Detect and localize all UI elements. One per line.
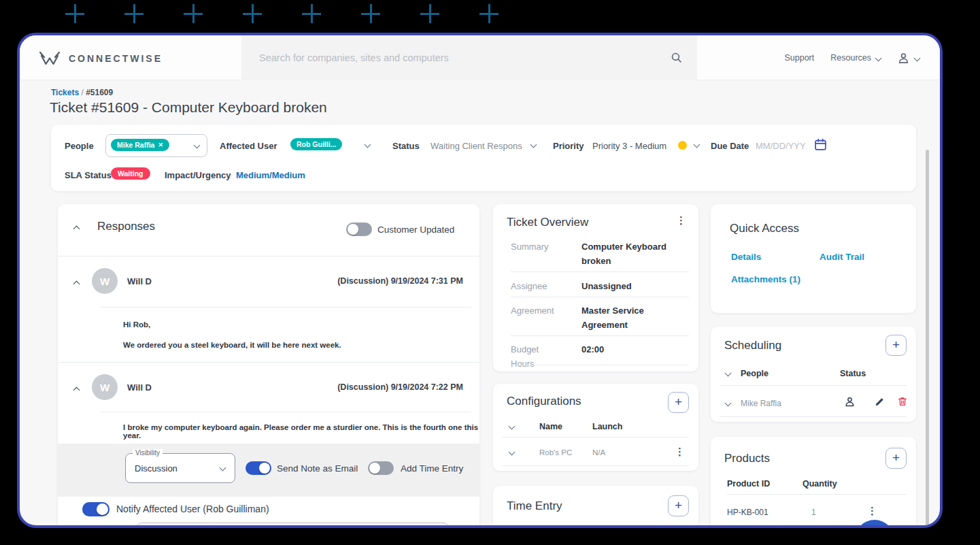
chevron-down-icon[interactable]	[365, 142, 371, 148]
responses-card: Responses Customer Updated W Will D (Dis…	[58, 204, 479, 528]
send-note-email-toggle[interactable]	[246, 461, 271, 475]
divider	[58, 362, 479, 363]
visibility-select[interactable]: Visibility Discussion	[125, 453, 235, 483]
customer-updated-toggle[interactable]	[346, 222, 372, 236]
vertical-scrollbar[interactable]	[926, 150, 929, 528]
sla-status-badge: Waiting	[111, 167, 150, 180]
overview-row-label: Agreement	[511, 303, 575, 318]
connectwise-logo-icon	[37, 50, 62, 67]
scheduling-person-name[interactable]: Mike Raffia	[741, 399, 781, 408]
affected-user-label: Affected User	[220, 141, 277, 151]
divider	[101, 412, 471, 412]
impact-urgency-label: Impact/Urgency	[165, 170, 231, 180]
add-time-entry-button[interactable]: +	[668, 495, 689, 516]
edit-pencil-icon[interactable]	[874, 397, 885, 408]
divider	[503, 437, 689, 437]
due-date-placeholder[interactable]: MM/DD/YYY	[756, 141, 806, 151]
collapse-entry-icon[interactable]	[73, 387, 80, 394]
divider	[503, 465, 689, 466]
people-select[interactable]: Mike Raffia ✕	[105, 134, 207, 157]
overview-row-label: Summary	[511, 240, 575, 254]
resources-menu[interactable]: Resources	[830, 53, 881, 63]
note-text-input[interactable]	[135, 523, 450, 528]
overview-row-value: Computer Keyboard broken	[581, 240, 687, 268]
due-date-label: Due Date	[711, 141, 749, 151]
attachments-link[interactable]: Attachments (1)	[731, 274, 800, 284]
divider	[727, 494, 907, 495]
entry-meta: (Discussion) 9/19/2024 7:31 PM	[337, 276, 463, 286]
chevron-down-icon[interactable]	[509, 449, 516, 456]
notify-affected-user-toggle[interactable]	[82, 502, 109, 516]
plus-decor-icon	[184, 4, 203, 23]
chevron-down-icon	[194, 142, 201, 149]
chevron-down-icon[interactable]	[725, 400, 732, 407]
support-link[interactable]: Support	[784, 53, 814, 63]
avatar: W	[92, 374, 118, 400]
app-header: CONNECTWISE Support Resources	[20, 35, 940, 80]
breadcrumb-separator: /	[81, 88, 83, 97]
search-input[interactable]	[241, 35, 697, 80]
audit-trail-link[interactable]: Audit Trail	[820, 252, 864, 262]
products-card: Products + Product ID Quantity HP-KB-001…	[711, 437, 916, 528]
chevron-down-icon[interactable]	[530, 142, 537, 148]
avatar: W	[92, 268, 118, 294]
row-menu-icon[interactable]: ⋮	[675, 446, 685, 458]
delete-trash-icon[interactable]	[897, 396, 908, 407]
time-entry-title: Time Entry	[507, 499, 562, 513]
row-menu-icon[interactable]: ⋮	[867, 505, 877, 517]
configurations-col-launch: Launch	[592, 422, 622, 431]
affected-user-chip[interactable]: Rob Guilli...	[290, 138, 342, 150]
entry-author: Will D	[127, 382, 152, 393]
assign-person-icon[interactable]	[844, 396, 856, 408]
ticket-overview-card: Ticket Overview ⋮ Summary Computer Keybo…	[493, 204, 698, 371]
details-link[interactable]: Details	[731, 252, 761, 262]
quick-access-card: Quick Access Details Audit Trail Attachm…	[711, 204, 916, 313]
chevron-down-icon[interactable]	[725, 370, 732, 377]
collapse-responses-icon[interactable]	[73, 226, 80, 233]
add-schedule-button[interactable]: +	[885, 335, 907, 356]
divider	[720, 385, 907, 386]
connectwise-logo: CONNECTWISE	[37, 50, 163, 67]
people-label: People	[65, 141, 94, 151]
plus-decor-icon	[65, 4, 84, 23]
visibility-value: Discussion	[135, 463, 178, 474]
divider	[720, 416, 907, 417]
product-id[interactable]: HP-KB-001	[727, 508, 768, 517]
entry-body-line: Hi Rob,	[123, 320, 150, 329]
background-plus-pattern	[65, 4, 499, 23]
calendar-icon[interactable]	[814, 138, 827, 151]
chevron-down-icon[interactable]	[509, 423, 516, 430]
app-window: CONNECTWISE Support Resources Tickets	[17, 33, 943, 528]
user-icon	[897, 52, 910, 65]
global-search	[241, 35, 697, 80]
divider	[58, 256, 479, 257]
plus-decor-icon	[243, 4, 262, 23]
breadcrumb-current: #51609	[86, 88, 113, 97]
status-value[interactable]: Waiting Client Respons	[430, 141, 527, 151]
impact-urgency-value[interactable]: Medium/Medium	[236, 170, 305, 180]
divider	[511, 335, 689, 336]
add-configuration-button[interactable]: +	[668, 392, 689, 413]
chevron-down-icon	[914, 54, 921, 61]
breadcrumb-tickets-link[interactable]: Tickets	[51, 88, 79, 97]
people-chip-label: Mike Raffia	[117, 141, 154, 149]
collapse-entry-icon[interactable]	[73, 281, 80, 288]
chip-close-icon[interactable]: ✕	[158, 142, 163, 148]
search-icon[interactable]	[671, 52, 682, 63]
plus-decor-icon	[124, 4, 143, 23]
configuration-name[interactable]: Rob's PC	[539, 448, 572, 457]
add-product-button[interactable]: +	[885, 448, 907, 469]
entry-meta: (Discussion) 9/19/2024 7:22 PM	[337, 382, 463, 392]
priority-value[interactable]: Priority 3 - Medium	[592, 141, 666, 151]
affected-user-chip-label: Rob Guilli...	[297, 140, 336, 148]
plus-decor-icon	[479, 4, 499, 23]
notify-affected-user-label: Notify Affected User (Rob Guilliman)	[116, 503, 269, 514]
people-chip[interactable]: Mike Raffia ✕	[111, 139, 169, 151]
entry-author: Will D	[127, 276, 152, 286]
add-time-entry-toggle[interactable]	[368, 461, 394, 475]
status-label: Status	[392, 141, 420, 151]
overflow-menu-icon[interactable]: ⋮	[676, 214, 686, 227]
chevron-down-icon[interactable]	[694, 142, 700, 148]
user-menu[interactable]	[897, 52, 919, 65]
divider	[511, 271, 689, 272]
